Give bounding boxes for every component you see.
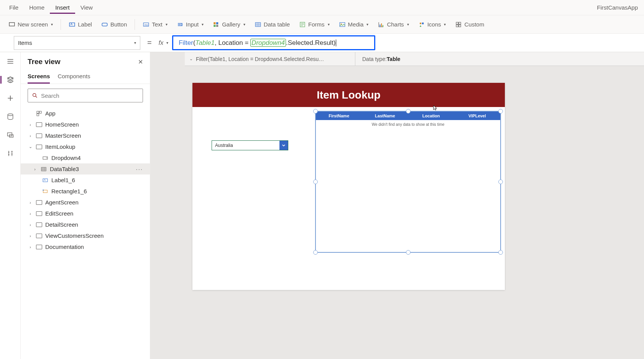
media-button[interactable]: Media ▾ [335, 19, 373, 30]
svg-rect-29 [37, 114, 39, 115]
app-icon [36, 110, 42, 117]
tree-view-icon[interactable] [7, 76, 14, 84]
tree-node-itemlookup[interactable]: ⌄ ItemLookup [21, 141, 150, 152]
data-table-button[interactable]: Data table [251, 19, 294, 30]
text-button[interactable]: Abc Text ▾ [139, 19, 171, 30]
tree-node-homescreen[interactable]: › HomeScreen [21, 119, 150, 130]
tab-screens[interactable]: Screens [28, 70, 50, 84]
tab-components[interactable]: Components [58, 70, 90, 84]
screen-icon [36, 245, 42, 249]
tree-search-box[interactable] [28, 89, 143, 102]
chevron-right-icon[interactable]: › [32, 167, 38, 171]
menu-home[interactable]: Home [24, 1, 50, 14]
app-canvas[interactable]: Item Lookup Australia FirstName LastName… [192, 83, 505, 290]
close-icon[interactable]: ✕ [138, 58, 143, 66]
formula-result-summary[interactable]: ⌄ Filter(Table1, Location = Dropdown4.Se… [185, 52, 355, 66]
menu-view[interactable]: View [75, 1, 98, 14]
column-header[interactable]: Location [408, 112, 454, 120]
selection-handle[interactable] [313, 109, 318, 114]
tree-node-rectangle1_6[interactable]: Rectangle1_6 [21, 186, 150, 197]
svg-rect-22 [459, 25, 461, 26]
formula-bar: Items ▾ = fx ▾ Filter(Table1, Location =… [0, 34, 644, 52]
label-button[interactable]: Label [65, 19, 96, 30]
label-icon [42, 177, 48, 183]
tree-node-dropdown4[interactable]: Dropdown4 [21, 152, 150, 163]
icons-button[interactable]: Icons ▾ [414, 19, 450, 30]
tree-node-label: HomeScreen [45, 121, 79, 128]
selection-handle[interactable] [313, 180, 318, 184]
app-title: FirstCanvasApp [597, 4, 640, 11]
tree-node-masterscreen[interactable]: › MasterScreen [21, 130, 150, 141]
custom-button[interactable]: Custom [451, 19, 488, 30]
input-button[interactable]: Input ▾ [173, 19, 207, 30]
data-type-value: Table [387, 56, 401, 62]
charts-label: Charts [387, 21, 404, 28]
input-label: Input [186, 21, 199, 28]
label-icon [69, 21, 76, 28]
column-header[interactable]: LastName [362, 112, 408, 120]
dropdown-control[interactable]: Australia [212, 140, 288, 150]
chevron-right-icon[interactable]: › [28, 245, 33, 249]
forms-label: Forms [308, 21, 325, 28]
column-header[interactable]: FirstName [316, 112, 362, 120]
selection-handle[interactable] [498, 180, 503, 184]
svg-rect-27 [37, 111, 39, 113]
tree-title: Tree view [28, 58, 61, 66]
chevron-right-icon[interactable]: › [28, 200, 33, 205]
chevron-right-icon[interactable]: › [28, 222, 33, 227]
gallery-button[interactable]: Gallery ▾ [209, 19, 249, 30]
tree-node-agentscreen[interactable]: › AgentScreen [21, 197, 150, 208]
selection-handle[interactable] [406, 250, 411, 255]
column-header[interactable]: VIPLevel [454, 112, 500, 120]
data-icon[interactable] [7, 113, 14, 120]
property-selector[interactable]: Items ▾ [14, 36, 140, 50]
data-table-control[interactable]: FirstName LastName Location VIPLevel We … [315, 111, 501, 253]
dropdown-chevron-button[interactable] [279, 141, 288, 150]
media-panel-icon[interactable] [7, 131, 14, 139]
formula-result-text: Filter(Table1, Location = Dropdown4.Sele… [196, 56, 324, 62]
tree-node-editscreen[interactable]: › EditScreen [21, 208, 150, 219]
selection-handle[interactable] [498, 250, 503, 255]
tree-node-viewcustomersscreen[interactable]: › ViewCustomersScreen [21, 230, 150, 241]
tree-node-detailscreen[interactable]: › DetailScreen [21, 219, 150, 230]
button-button[interactable]: Button [97, 19, 131, 30]
formula-token-control: Dropdown4 [250, 39, 286, 47]
tree-node-label1_6[interactable]: Label1_6 [21, 175, 150, 186]
chevron-right-icon[interactable]: › [28, 234, 33, 238]
svg-point-26 [33, 94, 36, 97]
svg-rect-20 [459, 22, 461, 24]
custom-label: Custom [464, 21, 484, 28]
fx-icon: fx [159, 40, 163, 46]
hamburger-icon[interactable] [7, 58, 14, 65]
tree-node-label: EditScreen [45, 210, 73, 217]
chevron-right-icon[interactable]: › [28, 122, 33, 127]
chevron-right-icon[interactable]: › [28, 133, 33, 138]
chevron-down-icon[interactable]: ⌄ [28, 144, 33, 149]
more-icon[interactable]: ··· [136, 166, 143, 172]
chevron-down-icon[interactable]: ▾ [166, 41, 168, 45]
svg-rect-28 [39, 111, 41, 113]
advanced-tools-icon[interactable] [7, 150, 14, 157]
svg-rect-19 [456, 22, 458, 24]
tree-node-app[interactable]: App [21, 108, 150, 119]
selection-handle[interactable] [406, 109, 411, 114]
tree-search-input[interactable] [41, 92, 139, 99]
tree-node-datatable3[interactable]: › DataTable3 ··· [21, 163, 150, 175]
tree-node-label: Label1_6 [51, 177, 75, 183]
forms-button[interactable]: Forms ▾ [295, 19, 334, 30]
tree-node-documentation[interactable]: › Documentation [21, 241, 150, 252]
icons-label: Icons [427, 21, 441, 28]
new-screen-label: New screen [18, 21, 48, 28]
add-icon[interactable] [7, 94, 14, 102]
selection-handle[interactable] [498, 109, 503, 114]
chevron-right-icon[interactable]: › [28, 211, 33, 216]
menu-insert[interactable]: Insert [50, 1, 75, 14]
new-screen-button[interactable]: New screen ▾ [5, 19, 57, 30]
selection-handle[interactable] [313, 250, 318, 255]
tree-node-label: DetailScreen [45, 221, 78, 228]
tree-header: Tree view ✕ [21, 52, 150, 70]
charts-button[interactable]: Charts ▾ [374, 19, 412, 30]
formula-input[interactable]: Filter(Table1, Location = Dropdown4.Sele… [172, 35, 375, 50]
menu-file[interactable]: File [4, 1, 24, 14]
formula-token: , Location = [215, 39, 250, 46]
